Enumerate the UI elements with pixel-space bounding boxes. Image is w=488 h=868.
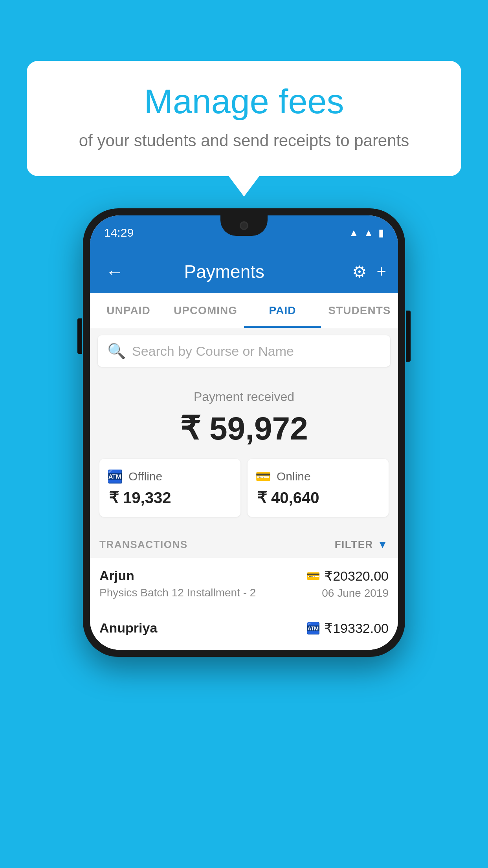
online-payment-icon: 💳 xyxy=(255,469,271,484)
signal-icon: ▲ xyxy=(363,227,374,239)
search-container: 🔍 Search by Course or Name xyxy=(90,328,398,374)
search-bar[interactable]: 🔍 Search by Course or Name xyxy=(98,335,390,367)
payment-cards: 🏧 Offline ₹ 19,332 💳 Online ₹ 40,640 xyxy=(99,459,389,517)
transactions-label: TRANSACTIONS xyxy=(99,539,188,551)
filter-button[interactable]: FILTER ▼ xyxy=(335,538,389,551)
online-label: Online xyxy=(277,470,311,483)
transaction-student-name: Anupriya xyxy=(99,620,306,636)
online-amount: ₹ 40,640 xyxy=(255,489,381,507)
transaction-info: Arjun Physics Batch 12 Installment - 2 xyxy=(99,568,306,599)
filter-icon: ▼ xyxy=(377,538,389,551)
tab-upcoming[interactable]: UPCOMING xyxy=(167,293,244,328)
notch xyxy=(220,215,268,236)
front-camera xyxy=(240,221,248,230)
tab-unpaid[interactable]: UNPAID xyxy=(90,293,167,328)
transaction-amount: 🏧 ₹19332.00 xyxy=(306,620,389,636)
app-bar: ← Payments ⚙ + xyxy=(90,250,398,293)
online-transaction-icon: 💳 xyxy=(306,570,320,583)
tab-paid[interactable]: PAID xyxy=(244,293,321,328)
speech-bubble-container: Manage fees of your students and send re… xyxy=(27,61,461,176)
transaction-amount-section: 💳 ₹20320.00 06 June 2019 xyxy=(306,568,389,600)
offline-label: Offline xyxy=(128,470,162,483)
battery-icon: ▮ xyxy=(378,227,384,239)
bubble-subtitle: of your students and send receipts to pa… xyxy=(50,129,438,153)
status-icons: ▲ ▲ ▮ xyxy=(349,227,384,239)
offline-payment-card: 🏧 Offline ₹ 19,332 xyxy=(99,459,240,517)
phone-device: 14:29 ▲ ▲ ▮ ← Payments ⚙ + xyxy=(83,208,405,657)
tabs-container: UNPAID UPCOMING PAID STUDENTS xyxy=(90,293,398,328)
status-time: 14:29 xyxy=(104,226,134,239)
transaction-amount: 💳 ₹20320.00 xyxy=(306,568,389,584)
transaction-info: Anupriya xyxy=(99,620,306,639)
transaction-date: 06 June 2019 xyxy=(306,587,389,600)
transaction-amount-section: 🏧 ₹19332.00 xyxy=(306,620,389,639)
transactions-header: TRANSACTIONS FILTER ▼ xyxy=(90,529,398,558)
status-bar: 14:29 ▲ ▲ ▮ xyxy=(90,215,398,250)
wifi-icon: ▲ xyxy=(349,227,359,239)
online-payment-card: 💳 Online ₹ 40,640 xyxy=(248,459,389,517)
table-row[interactable]: Anupriya 🏧 ₹19332.00 xyxy=(90,610,398,650)
payment-summary: Payment received ₹ 59,972 🏧 Offline ₹ 19… xyxy=(90,374,398,529)
online-card-header: 💳 Online xyxy=(255,469,381,484)
search-icon: 🔍 xyxy=(107,342,126,360)
offline-amount: ₹ 19,332 xyxy=(107,489,233,507)
transaction-student-name: Arjun xyxy=(99,568,306,583)
tab-students[interactable]: STUDENTS xyxy=(321,293,398,328)
transactions-list: Arjun Physics Batch 12 Installment - 2 💳… xyxy=(90,558,398,650)
payment-total-amount: ₹ 59,972 xyxy=(98,410,390,447)
app-bar-actions: ⚙ + xyxy=(352,262,386,281)
add-icon[interactable]: + xyxy=(376,262,386,281)
offline-transaction-icon: 🏧 xyxy=(306,622,320,635)
phone-screen: 14:29 ▲ ▲ ▮ ← Payments ⚙ + xyxy=(90,215,398,650)
bubble-title: Manage fees xyxy=(50,83,438,121)
phone-frame: 14:29 ▲ ▲ ▮ ← Payments ⚙ + xyxy=(83,208,405,657)
settings-icon[interactable]: ⚙ xyxy=(352,262,367,281)
offline-card-header: 🏧 Offline xyxy=(107,469,233,484)
payment-received-label: Payment received xyxy=(98,390,390,404)
app-bar-title: Payments xyxy=(104,261,344,282)
offline-payment-icon: 🏧 xyxy=(107,469,123,484)
search-placeholder: Search by Course or Name xyxy=(132,344,294,359)
speech-bubble: Manage fees of your students and send re… xyxy=(27,61,461,176)
transaction-course-detail: Physics Batch 12 Installment - 2 xyxy=(99,587,306,599)
table-row[interactable]: Arjun Physics Batch 12 Installment - 2 💳… xyxy=(90,558,398,610)
